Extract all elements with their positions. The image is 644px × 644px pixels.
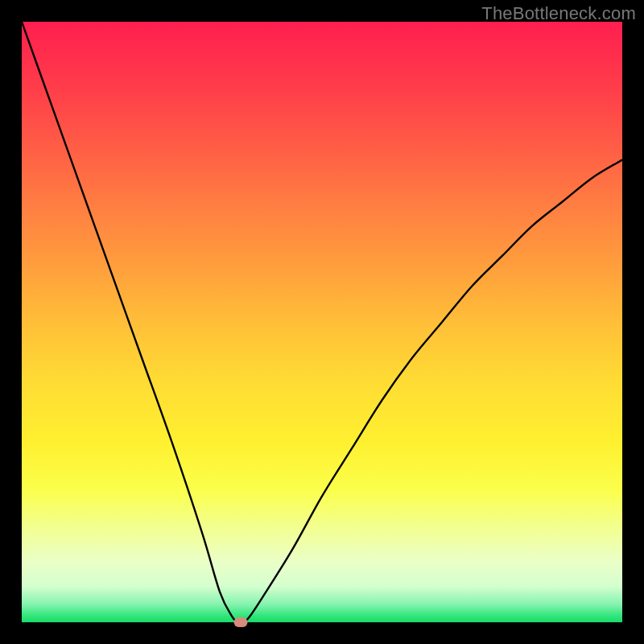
- bottleneck-curve: [22, 22, 622, 622]
- plot-area: [22, 22, 622, 622]
- optimal-marker: [234, 617, 248, 627]
- chart-frame: TheBottleneck.com: [0, 0, 644, 644]
- watermark-text: TheBottleneck.com: [481, 3, 636, 24]
- curve-path: [22, 22, 622, 622]
